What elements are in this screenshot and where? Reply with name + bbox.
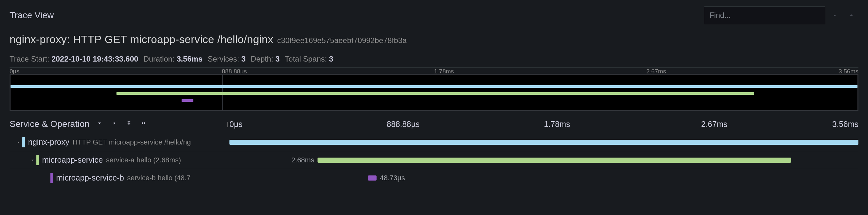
collapse-all-button[interactable] (125, 120, 132, 128)
arrow-down-icon (832, 12, 838, 18)
timeline-tick: 0µs (229, 120, 243, 129)
minimap-ruler: 0µs888.88µs1.78ms2.67ms3.56ms (9, 67, 859, 74)
trace-meta: Trace Start: 2022-10-10 19:43:33.600 Dur… (9, 55, 859, 63)
span-duration-label: 2.68ms (291, 156, 314, 164)
span-row[interactable]: microapp-serviceservice-a hello (2.68ms)… (9, 151, 859, 169)
span-bar (368, 176, 377, 181)
span-timeline (229, 133, 859, 151)
span-timeline: 48.73µs (229, 169, 859, 187)
chevron-down-icon (96, 120, 103, 127)
trace-name: nginx-proxy: HTTP GET microapp-service /… (9, 33, 274, 45)
timeline-tick: 1.78ms (544, 120, 570, 129)
find-input[interactable] (704, 6, 825, 24)
double-chevron-down-icon (125, 120, 132, 127)
expand-one-button[interactable] (111, 120, 118, 128)
span-bar (229, 140, 859, 145)
arrow-up-icon (848, 12, 854, 18)
trace-id: c30f9ee169e575aeebf70992be78fb3a (277, 36, 407, 45)
span-toggle[interactable] (15, 140, 22, 145)
find-next-button[interactable] (828, 6, 842, 24)
timeline-ruler: 0µs888.88µs1.78ms2.67ms3.56ms (229, 115, 859, 133)
span-toggle[interactable] (29, 158, 36, 163)
service-operation-header: Service & Operation (9, 119, 90, 129)
span-operation-name: HTTP GET microapp-service /hello/ng (72, 138, 191, 146)
chevron-right-icon (111, 120, 118, 127)
span-color-marker (36, 155, 39, 165)
page-title: Trace View (9, 10, 54, 21)
chevron-down-icon (30, 158, 35, 163)
span-operation-name: service-b hello (48.7 (127, 174, 190, 182)
collapse-one-button[interactable] (96, 120, 103, 128)
span-duration-label: 48.73µs (380, 174, 405, 182)
minimap-span-bar (10, 85, 858, 88)
find-prev-button[interactable] (844, 6, 859, 24)
span-service-name: microapp-service (42, 155, 103, 164)
double-chevron-right-icon (140, 120, 147, 127)
minimap[interactable] (9, 74, 859, 111)
span-row[interactable]: microapp-service-bservice-b hello (48.74… (9, 169, 859, 187)
span-bar (317, 158, 791, 163)
timeline-tick: 3.56ms (832, 120, 859, 129)
timeline-tick: 2.67ms (701, 120, 727, 129)
span-timeline: 2.68ms (229, 151, 859, 169)
span-service-name: nginx-proxy (28, 137, 69, 147)
column-resize-handle[interactable]: || (225, 121, 229, 128)
minimap-span-bar (117, 92, 754, 95)
minimap-span-bar (182, 99, 193, 102)
chevron-down-icon (16, 140, 21, 145)
find-group (704, 6, 859, 24)
expand-all-button[interactable] (140, 120, 147, 128)
span-color-marker (51, 173, 53, 183)
timeline-tick: 888.88µs (387, 120, 420, 129)
span-operation-name: service-a hello (2.68ms) (106, 156, 181, 164)
span-service-name: microapp-service-b (56, 173, 124, 182)
span-row[interactable]: nginx-proxyHTTP GET microapp-service /he… (9, 133, 859, 151)
span-color-marker (22, 137, 25, 147)
